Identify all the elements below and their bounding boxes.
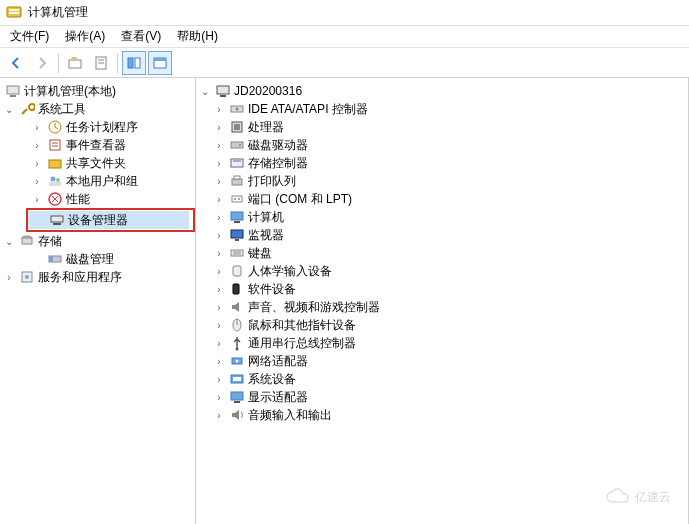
tree-storage[interactable]: ⌄ 存储 [0,232,195,250]
device-category[interactable]: ›监视器 [196,226,688,244]
expand-icon[interactable]: › [212,102,226,116]
device-category[interactable]: ›显示适配器 [196,388,688,406]
svg-rect-2 [9,12,19,14]
tree-label: 声音、视频和游戏控制器 [248,299,380,316]
expand-icon[interactable]: › [212,336,226,350]
device-category[interactable]: ›网络适配器 [196,352,688,370]
expand-icon[interactable]: › [30,156,44,170]
event-icon [47,137,63,153]
device-category[interactable]: ›计算机 [196,208,688,226]
device-category[interactable]: ›存储控制器 [196,154,688,172]
svg-rect-45 [231,212,243,220]
menu-view[interactable]: 查看(V) [113,26,169,47]
svg-rect-40 [232,179,242,185]
device-category[interactable]: ›声音、视频和游戏控制器 [196,298,688,316]
tree-label: 存储控制器 [248,155,308,172]
tree-label: 键盘 [248,245,272,262]
expand-icon[interactable]: › [212,282,226,296]
storage-ctrl-icon [229,155,245,171]
toolbar-forward-button[interactable] [30,51,54,75]
expand-icon[interactable]: › [30,120,44,134]
tree-services-apps[interactable]: › 服务和应用程序 [0,268,195,286]
tree-event-viewer[interactable]: › 事件查看器 [0,136,195,154]
expand-icon[interactable]: › [212,120,226,134]
right-tree-pane[interactable]: ⌄ JD20200316 ›IDE ATA/ATAPI 控制器›处理器›磁盘驱动… [196,78,689,524]
device-root[interactable]: ⌄ JD20200316 [196,82,688,100]
menu-action[interactable]: 操作(A) [57,26,113,47]
device-category[interactable]: ›鼠标和其他指针设备 [196,316,688,334]
device-category[interactable]: ›通用串行总线控制器 [196,334,688,352]
expand-icon[interactable]: › [30,192,44,206]
cloud-icon [605,488,631,506]
expand-icon[interactable]: › [2,270,16,284]
device-category[interactable]: ›IDE ATA/ATAPI 控制器 [196,100,688,118]
network-icon [229,353,245,369]
expand-icon[interactable]: › [30,138,44,152]
expand-icon[interactable]: › [30,174,44,188]
expand-icon[interactable]: › [212,156,226,170]
toolbar-up-button[interactable] [63,51,87,75]
tree-label: 鼠标和其他指针设备 [248,317,356,334]
device-icon [49,212,65,228]
expand-icon[interactable]: › [212,228,226,242]
expand-icon[interactable]: › [212,264,226,278]
collapse-icon[interactable]: ⌄ [2,102,16,116]
keyboard-icon [229,245,245,261]
menu-bar: 文件(F) 操作(A) 查看(V) 帮助(H) [0,26,689,48]
device-category[interactable]: ›人体学输入设备 [196,262,688,280]
device-category[interactable]: ›音频输入和输出 [196,406,688,424]
svg-rect-52 [233,266,241,276]
tree-task-scheduler[interactable]: › 任务计划程序 [0,118,195,136]
expand-icon[interactable]: › [212,246,226,260]
expand-icon[interactable]: › [212,210,226,224]
device-category[interactable]: ›系统设备 [196,370,688,388]
device-category[interactable]: ›软件设备 [196,280,688,298]
toolbar-pane2-button[interactable] [148,51,172,75]
svg-rect-20 [49,182,61,186]
device-category[interactable]: ›打印队列 [196,172,688,190]
svg-rect-30 [217,86,229,94]
left-tree-pane[interactable]: 计算机管理(本地) ⌄ 系统工具 › 任务计划程序 › 事件查看器 › 共享文件… [0,78,196,524]
tree-root-computer-management[interactable]: 计算机管理(本地) [0,82,195,100]
menu-file[interactable]: 文件(F) [2,26,57,47]
services-icon [19,269,35,285]
svg-rect-17 [49,160,61,168]
toolbar-properties-button[interactable] [89,51,113,75]
svg-rect-42 [232,196,242,202]
toolbar [0,48,689,78]
svg-rect-14 [50,140,60,150]
svg-point-19 [56,178,60,182]
tree-label: 存储 [38,233,62,250]
toolbar-separator [58,53,59,73]
svg-rect-10 [154,58,166,61]
expand-icon[interactable]: › [212,408,226,422]
svg-rect-11 [7,86,19,94]
expand-icon[interactable]: › [212,192,226,206]
svg-rect-38 [231,159,243,167]
collapse-icon[interactable]: ⌄ [198,84,212,98]
collapse-icon[interactable]: ⌄ [2,234,16,248]
toolbar-pane1-button[interactable] [122,51,146,75]
expand-icon[interactable]: › [212,138,226,152]
tree-shared-folders[interactable]: › 共享文件夹 [0,154,195,172]
device-category[interactable]: ›键盘 [196,244,688,262]
tree-system-tools[interactable]: ⌄ 系统工具 [0,100,195,118]
tree-device-manager[interactable]: 设备管理器 [28,211,189,229]
soft-dev-icon [229,281,245,297]
expand-icon[interactable]: › [212,390,226,404]
expand-icon[interactable]: › [212,300,226,314]
tree-disk-management[interactable]: 磁盘管理 [0,250,195,268]
tree-label: 人体学输入设备 [248,263,332,280]
expand-icon[interactable]: › [212,372,226,386]
expand-icon[interactable]: › [212,174,226,188]
menu-help[interactable]: 帮助(H) [169,26,226,47]
expand-icon[interactable]: › [212,318,226,332]
tree-performance[interactable]: › 性能 [0,190,195,208]
expand-icon[interactable]: › [212,354,226,368]
svg-rect-41 [234,176,240,179]
device-category[interactable]: ›磁盘驱动器 [196,136,688,154]
tree-local-users[interactable]: › 本地用户和组 [0,172,195,190]
device-category[interactable]: ›处理器 [196,118,688,136]
toolbar-back-button[interactable] [4,51,28,75]
device-category[interactable]: ›端口 (COM 和 LPT) [196,190,688,208]
